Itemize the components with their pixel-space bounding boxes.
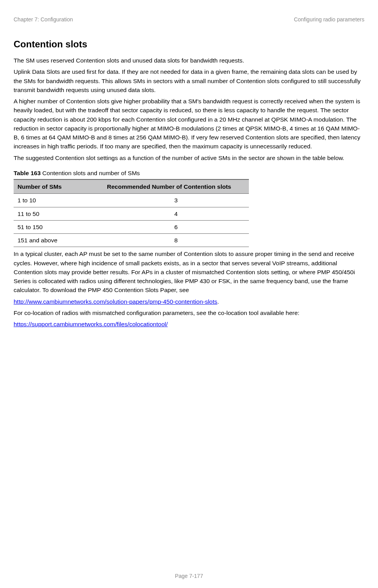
link-2-line: https://support.cambiumnetworks.com/file… (14, 320, 364, 329)
paragraph-6: For co-location of radios with mismatche… (14, 308, 364, 317)
table-cell-sms: 11 to 50 (14, 207, 103, 220)
table-cell-sms: 51 to 150 (14, 220, 103, 233)
table-row: 51 to 150 6 (14, 220, 249, 233)
table-cell-rec: 3 (103, 194, 249, 207)
link-1-line: http://www.cambiumnetworks.com/solution-… (14, 297, 364, 306)
table-row: 1 to 10 3 (14, 194, 249, 207)
table-cell-rec: 6 (103, 220, 249, 233)
table-row: 11 to 50 4 (14, 207, 249, 220)
header-right: Configuring radio parameters (294, 16, 364, 24)
colocation-tool-link[interactable]: https://support.cambiumnetworks.com/file… (14, 321, 168, 327)
table-cell-sms: 151 and above (14, 234, 103, 247)
contention-slots-link[interactable]: http://www.cambiumnetworks.com/solution-… (14, 298, 217, 305)
paragraph-4: The suggested Contention slot settings a… (14, 153, 364, 162)
table-header-sms: Number of SMs (14, 179, 103, 194)
table-header-rec: Recommended Number of Contention slots (103, 179, 249, 194)
table-cell-rec: 4 (103, 207, 249, 220)
table-cell-rec: 8 (103, 234, 249, 247)
paragraph-2: Uplink Data Slots are used first for dat… (14, 67, 364, 94)
link-1-suffix: . (217, 298, 219, 305)
table-header-row: Number of SMs Recommended Number of Cont… (14, 179, 249, 194)
paragraph-1: The SM uses reserved Contention slots an… (14, 56, 364, 65)
table-row: 151 and above 8 (14, 234, 249, 247)
contention-table: Number of SMs Recommended Number of Cont… (14, 179, 249, 247)
header-left: Chapter 7: Configuration (14, 16, 73, 24)
section-title: Contention slots (14, 37, 364, 51)
paragraph-5: In a typical cluster, each AP must be se… (14, 249, 364, 294)
table-caption-number: Table 163 (14, 170, 41, 176)
table-caption-text: Contention slots and number of SMs (41, 170, 140, 176)
paragraph-3: A higher number of Contention slots give… (14, 97, 364, 151)
page-header: Chapter 7: Configuration Configuring rad… (14, 16, 364, 24)
table-caption: Table 163 Contention slots and number of… (14, 169, 364, 177)
table-cell-sms: 1 to 10 (14, 194, 103, 207)
